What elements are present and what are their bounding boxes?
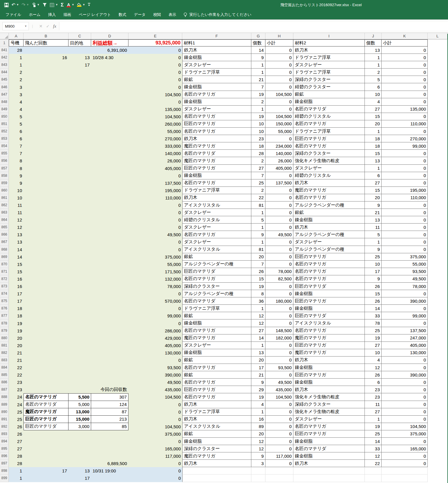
row-number[interactable]: 850 xyxy=(0,113,9,120)
cell[interactable]: 14 xyxy=(9,246,24,253)
row-number[interactable]: 859 xyxy=(0,179,9,187)
row-number[interactable]: 867 xyxy=(0,238,9,246)
cell[interactable]: 錬金樹脂 xyxy=(293,98,365,106)
cell[interactable] xyxy=(68,438,91,445)
cell[interactable]: 78,000 xyxy=(265,268,293,275)
cell[interactable]: 171,500 xyxy=(128,268,182,275)
cell[interactable] xyxy=(24,275,68,283)
row-number[interactable]: 872 xyxy=(0,275,9,283)
cell[interactable]: 銀鉱 xyxy=(182,253,251,261)
cell[interactable] xyxy=(68,128,91,135)
cell[interactable]: 17 xyxy=(9,297,24,305)
cell[interactable]: 0 xyxy=(382,69,428,76)
row-number[interactable]: 894 xyxy=(0,438,9,445)
cell[interactable]: 81 xyxy=(251,246,265,253)
cell[interactable] xyxy=(24,157,68,164)
row-number[interactable]: 887 xyxy=(0,386,9,393)
cell[interactable] xyxy=(24,261,68,268)
cell[interactable]: 錬金樹脂 xyxy=(182,172,251,179)
cell[interactable]: 13 xyxy=(365,216,382,224)
cell[interactable] xyxy=(24,253,68,261)
cell[interactable]: 0 xyxy=(265,357,293,364)
cell[interactable]: 1 xyxy=(251,224,265,231)
cell[interactable]: 名匠のマテリガ xyxy=(182,393,251,401)
cell[interactable] xyxy=(68,106,91,113)
cell[interactable]: 利益総額→ xyxy=(91,39,128,46)
cell[interactable]: 8 xyxy=(251,290,265,297)
cell[interactable]: 0 xyxy=(265,98,293,106)
row-number[interactable]: 899 xyxy=(0,474,9,482)
cell[interactable] xyxy=(428,445,447,452)
cell[interactable]: 23 xyxy=(9,379,24,386)
cell[interactable]: 名匠のマテリダ xyxy=(293,445,365,452)
cell[interactable] xyxy=(24,312,68,319)
row-number[interactable]: 841 xyxy=(0,46,9,54)
cell[interactable]: 0 xyxy=(128,61,182,69)
cell[interactable]: 93,925,000 xyxy=(128,39,182,46)
cell[interactable] xyxy=(68,364,91,371)
cell[interactable]: 1 xyxy=(251,209,265,216)
cell[interactable] xyxy=(91,157,128,164)
cell[interactable] xyxy=(68,275,91,283)
cell[interactable]: 0 xyxy=(382,216,428,224)
cell[interactable]: 15 xyxy=(251,275,265,283)
formula-input[interactable] xyxy=(59,22,448,30)
cell[interactable] xyxy=(91,128,128,135)
row-number[interactable]: 896 xyxy=(0,452,9,460)
cell[interactable]: 22 xyxy=(251,194,265,201)
cell[interactable]: 3 xyxy=(251,460,265,467)
cell[interactable]: 18 xyxy=(365,142,382,150)
cell[interactable] xyxy=(91,452,128,460)
cell[interactable]: 紺碧のクラスター xyxy=(293,83,365,91)
cell[interactable]: 26,000 xyxy=(265,157,293,164)
cell[interactable]: 0 xyxy=(382,61,428,69)
cell[interactable] xyxy=(24,452,68,460)
cell[interactable] xyxy=(428,39,447,46)
cell[interactable]: 0 xyxy=(128,319,182,327)
cell[interactable]: 0 xyxy=(265,106,293,113)
cell[interactable]: 深緋のクラスター xyxy=(182,283,251,290)
cell[interactable] xyxy=(91,165,128,172)
cell[interactable]: 13 xyxy=(68,54,91,61)
cell[interactable]: 紺碧のクリスタル xyxy=(182,216,251,224)
cell[interactable]: 12 xyxy=(365,452,382,460)
cell[interactable] xyxy=(428,290,447,297)
cell[interactable]: 12 xyxy=(365,364,382,371)
cell[interactable] xyxy=(68,305,91,312)
chevron-down-icon[interactable]: ▼ xyxy=(83,4,85,6)
cell[interactable] xyxy=(68,135,91,142)
cell[interactable]: 銀鉱 xyxy=(182,371,251,379)
cell[interactable]: 10/28 4:30 xyxy=(91,54,128,61)
select-all-corner[interactable] xyxy=(0,33,9,39)
cell[interactable]: 名匠のマテリガ xyxy=(182,179,251,187)
cell[interactable]: 26,000 xyxy=(128,157,182,164)
cell[interactable]: 117,000 xyxy=(128,452,182,460)
cell[interactable] xyxy=(91,142,128,150)
cell[interactable]: 名匠のマテリガ xyxy=(293,268,365,275)
cell[interactable]: 36 xyxy=(251,297,265,305)
cell[interactable]: 名匠のマテリガ xyxy=(293,261,365,268)
cell[interactable]: 2 xyxy=(251,187,265,194)
cell[interactable]: 深緋のクラスター xyxy=(293,150,365,157)
cell[interactable] xyxy=(68,312,91,319)
cell[interactable]: 104,500 xyxy=(128,91,182,98)
cell[interactable] xyxy=(428,327,447,334)
row-number[interactable]: 853 xyxy=(0,135,9,142)
cell[interactable] xyxy=(24,445,68,452)
cell[interactable]: 小計 xyxy=(382,39,428,46)
cell[interactable] xyxy=(68,460,91,467)
cell[interactable] xyxy=(428,69,447,76)
row-number[interactable]: 884 xyxy=(0,364,9,371)
cell[interactable] xyxy=(91,327,128,334)
cell[interactable]: 20 xyxy=(251,253,265,261)
ribbon-tab-8[interactable]: 表示 xyxy=(165,10,180,19)
cell[interactable] xyxy=(24,165,68,172)
cell[interactable] xyxy=(428,452,447,460)
cell[interactable]: 魔匠のマテリガ xyxy=(293,349,365,357)
cell[interactable]: 26 xyxy=(365,283,382,290)
cell[interactable] xyxy=(68,253,91,261)
column-header-E[interactable]: E xyxy=(128,33,182,39)
cell[interactable]: 20 xyxy=(9,334,24,342)
cell[interactable] xyxy=(91,224,128,231)
cell[interactable]: 20 xyxy=(251,357,265,364)
